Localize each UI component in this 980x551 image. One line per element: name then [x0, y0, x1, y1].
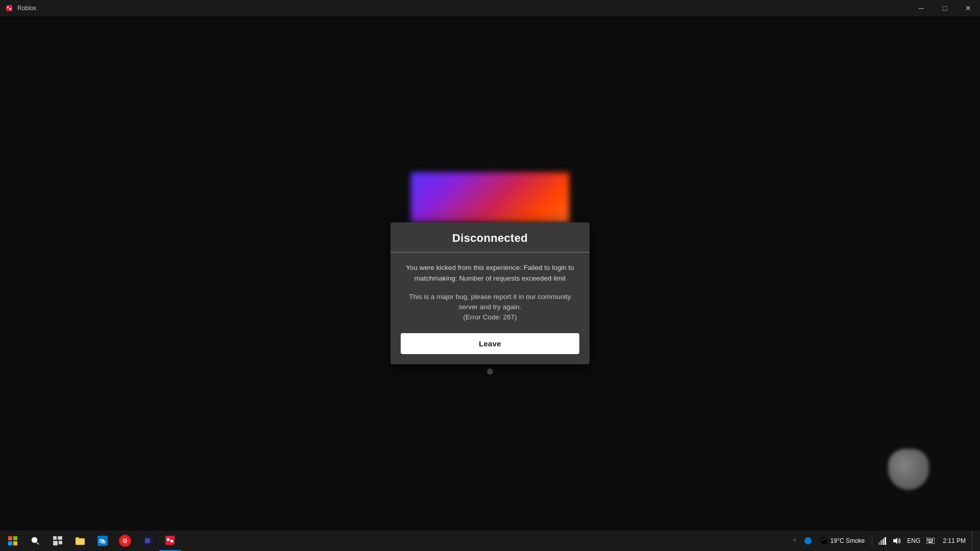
blue-dot-icon	[804, 537, 812, 544]
speaker-icon	[893, 537, 901, 545]
opera-icon[interactable]: O	[114, 531, 136, 551]
tray-chevron-button[interactable]: ^	[790, 531, 800, 551]
maximize-button[interactable]: □	[933, 0, 957, 16]
svg-rect-9	[53, 536, 57, 540]
svg-rect-10	[58, 536, 62, 540]
svg-rect-11	[53, 541, 58, 545]
svg-rect-3	[8, 536, 12, 540]
search-icon	[31, 536, 40, 545]
taskbar: 🛍 O ^	[0, 531, 980, 551]
file-explorer-icon[interactable]	[69, 531, 91, 551]
svg-point-7	[32, 538, 37, 543]
svg-rect-2	[10, 8, 11, 10]
title-bar-controls: ─ □ ✕	[910, 0, 980, 16]
svg-rect-4	[13, 536, 17, 540]
svg-line-8	[37, 542, 39, 545]
svg-rect-5	[8, 541, 12, 545]
svg-rect-26	[930, 539, 932, 540]
svg-marker-22	[893, 538, 897, 544]
svg-rect-21	[885, 537, 886, 545]
modal-title: Disconnected	[452, 232, 528, 244]
roblox-taskbar-icon[interactable]	[159, 531, 181, 551]
svg-rect-17	[170, 540, 173, 542]
store-icon[interactable]: 🛍	[92, 531, 113, 551]
start-button[interactable]	[2, 531, 23, 551]
clock-widget[interactable]: 2:11 PM	[939, 536, 970, 545]
clock-time: 2:11 PM	[943, 537, 966, 544]
title-bar: Roblox ─ □ ✕	[0, 0, 980, 16]
leave-button[interactable]: Leave	[401, 333, 579, 354]
red-app-icon: O	[119, 535, 131, 547]
separator	[872, 535, 872, 547]
minimize-button[interactable]: ─	[910, 0, 933, 16]
taskbar-right: ^ 🌤 19°C Smoke	[790, 531, 980, 551]
modal-message-secondary: This is a major bug, please report it in…	[403, 292, 577, 323]
store-app-icon: 🛍	[97, 536, 108, 546]
task-view-button[interactable]	[47, 531, 68, 551]
keyboard-svg-icon	[926, 538, 935, 544]
folder-icon	[75, 536, 86, 546]
keyboard-icon[interactable]	[924, 535, 937, 547]
main-content: Disconnected You were kicked from this e…	[0, 16, 980, 531]
modal-footer: Leave	[390, 331, 590, 354]
character-ghost	[888, 449, 929, 490]
modal-body: You were kicked from this experience: Fa…	[390, 253, 590, 331]
game-preview-image	[411, 172, 569, 223]
svg-rect-18	[878, 542, 880, 545]
svg-rect-27	[932, 539, 933, 540]
svg-rect-15	[165, 536, 175, 545]
svg-rect-30	[930, 540, 932, 541]
svg-rect-0	[6, 5, 12, 11]
svg-rect-29	[929, 540, 930, 541]
window-title: Roblox	[17, 5, 36, 12]
weather-icon: 🌤	[819, 536, 828, 546]
dialog-wrapper: Disconnected You were kicked from this e…	[390, 172, 590, 374]
language-button[interactable]: ENG	[905, 537, 922, 544]
svg-rect-19	[880, 540, 882, 545]
taskbar-left: 🛍 O	[0, 531, 181, 551]
dark-app-icon[interactable]	[137, 531, 158, 551]
svg-rect-20	[883, 539, 884, 545]
svg-rect-25	[929, 539, 930, 540]
windows-icon	[8, 536, 17, 545]
svg-rect-32	[928, 542, 933, 543]
svg-rect-24	[927, 539, 928, 540]
modal-header: Disconnected	[390, 222, 590, 253]
task-view-icon	[53, 536, 62, 545]
svg-rect-28	[927, 540, 928, 541]
svg-rect-16	[167, 538, 169, 541]
weather-widget[interactable]: 🌤 19°C Smoke	[816, 536, 868, 546]
show-desktop-button[interactable]	[972, 531, 976, 551]
svg-text:🛍: 🛍	[99, 538, 106, 545]
svg-rect-6	[13, 541, 17, 545]
search-button[interactable]	[24, 531, 46, 551]
chevron-up-icon: ^	[793, 538, 796, 544]
volume-icon[interactable]	[891, 535, 903, 547]
svg-rect-31	[932, 540, 933, 541]
dark-icon-inner	[142, 535, 153, 546]
network-icon[interactable]	[876, 535, 889, 547]
roblox-icon	[5, 4, 13, 12]
svg-rect-12	[59, 541, 62, 544]
bottom-indicator	[487, 368, 493, 374]
roblox-taskbar-app-icon	[164, 535, 176, 546]
close-button[interactable]: ✕	[957, 0, 980, 16]
security-icon[interactable]	[802, 535, 814, 547]
svg-rect-1	[7, 7, 9, 8]
title-bar-left: Roblox	[0, 4, 36, 12]
disconnected-modal: Disconnected You were kicked from this e…	[390, 222, 590, 364]
network-signal-icon	[878, 537, 887, 545]
weather-text: 19°C Smoke	[830, 537, 865, 544]
modal-message-primary: You were kicked from this experience: Fa…	[403, 263, 577, 284]
